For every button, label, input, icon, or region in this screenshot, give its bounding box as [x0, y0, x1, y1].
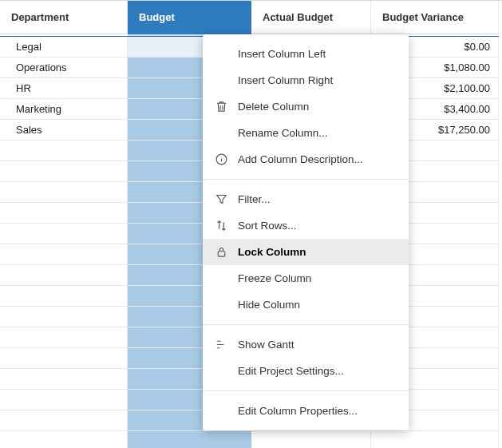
cell-empty[interactable]	[0, 390, 128, 410]
menu-label: Insert Column Left	[238, 48, 326, 60]
cell-dept[interactable]: Marketing	[0, 99, 128, 120]
col-header-label: Actual Budget	[263, 11, 333, 23]
col-header-variance[interactable]: Budget Variance	[371, 1, 499, 34]
menu-label: Rename Column...	[238, 127, 328, 139]
cell-empty[interactable]	[0, 141, 128, 161]
menu-filter[interactable]: Filter...	[203, 186, 409, 212]
menu-column-properties[interactable]: Edit Column Properties...	[203, 398, 409, 424]
menu-label: Edit Project Settings...	[238, 365, 344, 377]
info-icon	[214, 153, 228, 167]
spreadsheet-app: Department Budget Actual Budget Budget V…	[0, 0, 502, 448]
menu-label: Delete Column	[238, 101, 309, 113]
col-header-actual[interactable]: Actual Budget	[251, 1, 371, 34]
column-context-menu: Insert Column Left Insert Column Right D…	[203, 34, 409, 430]
cell-empty[interactable]	[0, 244, 128, 265]
cell-dept[interactable]: Sales	[0, 120, 128, 141]
menu-label: Lock Column	[238, 246, 306, 258]
col-header-department[interactable]: Department	[0, 1, 128, 34]
menu-label: Show Gantt	[238, 339, 294, 351]
col-header-label: Budget Variance	[382, 11, 464, 23]
cell-dept[interactable]: HR	[0, 78, 128, 99]
menu-separator	[203, 179, 409, 180]
cell-empty[interactable]	[371, 431, 499, 448]
menu-hide-column[interactable]: Hide Column	[203, 291, 409, 318]
cell-empty[interactable]	[0, 286, 128, 307]
menu-sort-rows[interactable]: Sort Rows...	[203, 212, 409, 239]
menu-label: Sort Rows...	[238, 220, 297, 232]
cell-dept[interactable]: Legal	[0, 37, 128, 57]
col-header-label: Department	[11, 11, 69, 23]
menu-label: Add Column Description...	[238, 153, 363, 165]
menu-label: Freeze Column	[238, 272, 311, 284]
menu-insert-right[interactable]: Insert Column Right	[203, 67, 409, 93]
menu-separator	[203, 391, 409, 391]
menu-delete-column[interactable]: Delete Column	[203, 93, 409, 120]
menu-lock-column[interactable]: Lock Column	[203, 239, 409, 265]
filter-icon	[214, 192, 228, 207]
cell-empty[interactable]	[0, 369, 128, 390]
menu-label: Hide Column	[238, 299, 300, 311]
menu-label: Filter...	[238, 193, 271, 205]
menu-freeze-column[interactable]: Freeze Column	[203, 265, 409, 291]
cell-empty[interactable]	[128, 431, 251, 448]
menu-insert-left[interactable]: Insert Column Left	[203, 41, 409, 67]
menu-label: Insert Column Right	[238, 74, 333, 86]
cell-empty[interactable]	[0, 265, 128, 286]
sort-icon	[214, 219, 228, 233]
cell-empty[interactable]	[0, 161, 128, 182]
menu-add-description[interactable]: Add Column Description...	[203, 146, 409, 172]
col-header-budget[interactable]: Budget	[128, 1, 251, 34]
cell-empty[interactable]	[0, 431, 128, 448]
cell-empty[interactable]	[0, 307, 128, 327]
menu-rename-column[interactable]: Rename Column...	[203, 120, 409, 146]
cell-empty[interactable]	[0, 182, 128, 203]
cell-empty[interactable]	[0, 410, 128, 431]
cell-empty[interactable]	[0, 327, 128, 348]
cell-empty[interactable]	[0, 203, 128, 224]
menu-separator	[203, 324, 409, 325]
svg-rect-1	[218, 252, 225, 256]
cell-dept[interactable]: Operations	[0, 57, 128, 78]
menu-show-gantt[interactable]: Show Gantt	[203, 331, 409, 358]
trash-icon	[214, 100, 228, 114]
menu-label: Edit Column Properties...	[238, 405, 358, 417]
menu-project-settings[interactable]: Edit Project Settings...	[203, 358, 409, 384]
cell-empty[interactable]	[251, 431, 371, 448]
col-header-label: Budget	[139, 11, 175, 23]
gantt-icon	[214, 338, 228, 352]
cell-empty[interactable]	[0, 224, 128, 244]
cell-empty[interactable]	[0, 348, 128, 369]
lock-icon	[214, 245, 228, 260]
